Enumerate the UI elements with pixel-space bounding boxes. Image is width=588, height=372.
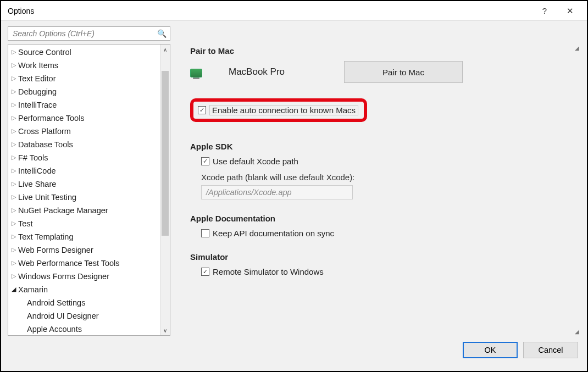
tree-item-android-ui-designer[interactable]: Android UI Designer xyxy=(8,309,160,323)
ok-button[interactable]: OK xyxy=(463,342,518,358)
settings-panel: Pair to Mac MacBook Pro Pair to Mac Enab… xyxy=(170,44,580,336)
caret-right-icon: ▷ xyxy=(12,193,18,202)
caret-right-icon: ▷ xyxy=(12,87,18,96)
tree-item-live-share[interactable]: ▷Live Share xyxy=(8,177,160,191)
help-button[interactable]: ? xyxy=(532,1,557,21)
window-title: Options xyxy=(5,7,532,15)
tree-item-label: NuGet Package Manager xyxy=(18,205,108,216)
tree-item-label: Source Control xyxy=(18,47,71,58)
tree-item-label: Apple Accounts xyxy=(27,324,82,335)
tree-item-intellitrace[interactable]: ▷IntelliTrace xyxy=(8,98,160,112)
use-default-xcode-checkbox[interactable] xyxy=(201,157,209,165)
caret-right-icon: ▷ xyxy=(12,127,18,136)
monitor-icon xyxy=(190,69,202,77)
scroll-down-icon[interactable]: ∨ xyxy=(160,325,170,335)
search-box[interactable]: 🔍 xyxy=(8,26,170,41)
tree-item-label: Text Editor xyxy=(18,73,56,85)
titlebar: Options ? ✕ xyxy=(1,1,587,21)
apple-sdk-heading: Apple SDK xyxy=(190,142,576,151)
keep-doc-sync-label: Keep API documentation on sync xyxy=(213,229,334,238)
tree-item-web-forms-designer[interactable]: ▷Web Forms Designer xyxy=(8,243,160,257)
caret-right-icon: ▷ xyxy=(12,272,18,281)
tree-item-label: Live Share xyxy=(18,179,56,190)
tree-item-cross-platform[interactable]: ▷Cross Platform xyxy=(8,125,160,138)
remote-simulator-checkbox[interactable] xyxy=(201,268,209,276)
tree-item-source-control[interactable]: ▷Source Control xyxy=(8,46,160,59)
caret-right-icon: ▷ xyxy=(12,232,18,241)
caret-right-icon: ▷ xyxy=(12,219,18,228)
content-scrollbar[interactable]: ◢ ◢ xyxy=(572,44,580,336)
search-input[interactable] xyxy=(12,29,157,38)
tree-item-label: Debugging xyxy=(18,86,57,98)
enable-auto-connection-highlight: Enable auto connection to known Macs xyxy=(190,98,367,122)
tree-item-android-settings[interactable]: Android Settings xyxy=(8,296,160,309)
cancel-button[interactable]: Cancel xyxy=(523,342,578,358)
tree-item-debugging[interactable]: ▷Debugging xyxy=(8,85,160,98)
tree-item-performance-tools[interactable]: ▷Performance Tools xyxy=(8,112,160,125)
content-scroll-up-icon[interactable]: ◢ xyxy=(575,45,579,51)
caret-right-icon: ▷ xyxy=(12,259,18,268)
tree-item-label: Web Forms Designer xyxy=(18,245,93,256)
scroll-thumb[interactable] xyxy=(162,71,169,236)
tree-item-label: Android Settings xyxy=(27,297,85,309)
tree-scrollbar[interactable]: ∧ ∨ xyxy=(160,45,170,335)
apple-doc-heading: Apple Documentation xyxy=(190,214,576,223)
simulator-heading: Simulator xyxy=(190,252,576,262)
caret-right-icon: ▷ xyxy=(12,180,18,188)
paired-device-name: MacBook Pro xyxy=(229,66,344,77)
pair-to-mac-button[interactable]: Pair to Mac xyxy=(344,61,463,83)
tree-item-label: Text Templating xyxy=(18,231,73,243)
tree-item-label: Database Tools xyxy=(18,139,73,151)
caret-right-icon: ▷ xyxy=(12,206,18,215)
tree-item-nuget-package-manager[interactable]: ▷NuGet Package Manager xyxy=(8,204,160,217)
tree-item-database-tools[interactable]: ▷Database Tools xyxy=(8,138,160,151)
tree-item-work-items[interactable]: ▷Work Items xyxy=(8,59,160,72)
options-tree[interactable]: ▷Source Control▷Work Items▷Text Editor▷D… xyxy=(8,44,170,336)
tree-item-label: Windows Forms Designer xyxy=(18,271,109,282)
enable-auto-connection-checkbox[interactable] xyxy=(198,106,206,114)
tree-item-label: Work Items xyxy=(18,60,58,71)
tree-item-text-editor[interactable]: ▷Text Editor xyxy=(8,72,160,85)
tree-item-test[interactable]: ▷Test xyxy=(8,217,160,230)
tree-item-label: Cross Platform xyxy=(18,126,71,137)
enable-auto-connection-label: Enable auto connection to known Macs xyxy=(209,105,358,115)
dialog-footer: OK Cancel xyxy=(8,336,580,364)
dialog-body: 🔍 ▷Source Control▷Work Items▷Text Editor… xyxy=(1,21,587,371)
caret-down-icon: ◢ xyxy=(12,285,18,294)
remote-simulator-label: Remote Simulator to Windows xyxy=(213,267,324,276)
search-icon: 🔍 xyxy=(157,29,167,38)
tree-item-label: Test xyxy=(18,218,33,230)
tree-item-label: Android UI Designer xyxy=(27,310,99,322)
options-dialog: Options ? ✕ 🔍 ▷Source Control▷Work Items… xyxy=(0,0,588,372)
tree-item-f-tools[interactable]: ▷F# Tools xyxy=(8,151,160,164)
tree-item-web-performance-test-tools[interactable]: ▷Web Performance Test Tools xyxy=(8,257,160,270)
tree-item-label: IntelliTrace xyxy=(18,99,57,111)
caret-right-icon: ▷ xyxy=(12,153,18,162)
caret-right-icon: ▷ xyxy=(12,48,18,57)
caret-right-icon: ▷ xyxy=(12,140,18,149)
tree-item-xamarin[interactable]: ◢Xamarin xyxy=(8,283,160,296)
tree-item-label: Performance Tools xyxy=(18,113,85,124)
xcode-path-input[interactable]: /Applications/Xcode.app xyxy=(201,185,353,199)
tree-item-windows-forms-designer[interactable]: ▷Windows Forms Designer xyxy=(8,270,160,283)
caret-right-icon: ▷ xyxy=(12,246,18,254)
tree-item-apple-accounts[interactable]: Apple Accounts xyxy=(8,323,160,336)
pair-heading: Pair to Mac xyxy=(190,46,576,55)
close-button[interactable]: ✕ xyxy=(557,1,583,21)
caret-right-icon: ▷ xyxy=(12,166,18,175)
caret-right-icon: ▷ xyxy=(12,114,18,123)
tree-item-live-unit-testing[interactable]: ▷Live Unit Testing xyxy=(8,191,160,204)
tree-item-label: Xamarin xyxy=(18,284,48,296)
tree-item-intellicode[interactable]: ▷IntelliCode xyxy=(8,164,160,177)
xcode-path-label: Xcode path (blank will use default Xcode… xyxy=(190,173,576,182)
content-scroll-down-icon[interactable]: ◢ xyxy=(575,329,579,335)
use-default-xcode-label: Use default Xcode path xyxy=(213,157,298,166)
caret-right-icon: ▷ xyxy=(12,61,18,70)
keep-doc-sync-checkbox[interactable] xyxy=(201,229,209,237)
caret-right-icon: ▷ xyxy=(12,74,18,83)
scroll-up-icon[interactable]: ∧ xyxy=(160,45,170,54)
tree-item-label: IntelliCode xyxy=(18,165,56,177)
caret-right-icon: ▷ xyxy=(12,101,18,109)
tree-item-text-templating[interactable]: ▷Text Templating xyxy=(8,230,160,243)
tree-item-label: Web Performance Test Tools xyxy=(18,258,120,269)
